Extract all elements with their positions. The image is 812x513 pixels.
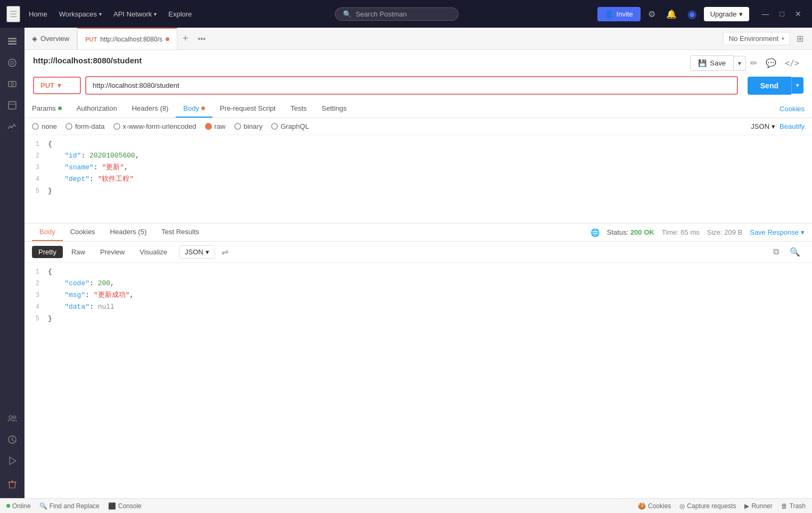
resp-tab-cookies[interactable]: Cookies <box>63 224 103 241</box>
code-line-4: 4 "dept": "软件工程" <box>24 173 812 185</box>
code-line-2: 2 "id": 20201005600, <box>24 150 812 162</box>
svg-point-3 <box>9 59 16 67</box>
embed-icon[interactable]: </> <box>781 56 803 70</box>
workspaces-chevron-icon: ▾ <box>99 11 102 17</box>
nav-workspaces[interactable]: Workspaces ▾ <box>55 8 106 20</box>
tab-right-controls: No Environment ▾ ⊞ <box>723 31 812 46</box>
cookies-status-icon: 🍪 <box>638 502 646 510</box>
send-button[interactable]: Send <box>748 77 791 95</box>
tab-tests[interactable]: Tests <box>283 100 314 118</box>
sidebar-icon-environments[interactable] <box>3 75 22 94</box>
resp-code-content: 1 { 2 "code": 200, 3 "msg": "更新成功", 4 <box>24 263 812 328</box>
hamburger-menu[interactable]: ☰ <box>6 6 20 22</box>
radio-raw-icon <box>205 123 212 130</box>
sidebar-icon-mock-servers[interactable] <box>3 96 22 115</box>
trash-icon: 🗑 <box>781 502 788 510</box>
body-option-binary[interactable]: binary <box>234 122 263 130</box>
response-time: Time: 65 ms <box>662 228 700 236</box>
nav-menu: Home Workspaces ▾ API Network ▾ Explore <box>24 8 196 20</box>
status-cookies[interactable]: 🍪 Cookies <box>638 502 671 510</box>
svg-rect-2 <box>8 43 17 45</box>
resp-raw-button[interactable]: Raw <box>65 246 92 258</box>
status-find-replace[interactable]: 🔍 Find and Replace <box>39 502 100 510</box>
code-line-3: 3 "sname": "更新", <box>24 162 812 173</box>
sidebar-icon-collections[interactable] <box>3 32 22 51</box>
tab-more-button[interactable]: ••• <box>193 35 210 43</box>
notifications-icon[interactable]: 🔔 <box>663 7 680 21</box>
settings-icon[interactable]: ⚙ <box>645 7 659 21</box>
minimize-button[interactable]: — <box>758 7 774 20</box>
sidebar-icon-apis[interactable] <box>3 53 22 72</box>
search-icon: 🔍 <box>343 10 351 18</box>
upgrade-button[interactable]: Upgrade ▾ <box>704 7 749 21</box>
environment-icon[interactable]: ⊞ <box>794 31 806 46</box>
nav-api-network[interactable]: API Network ▾ <box>109 8 161 20</box>
tab-overview[interactable]: ◈ Overview <box>24 28 77 49</box>
sidebar-icon-team[interactable] <box>3 409 22 428</box>
status-runner[interactable]: ▶ Runner <box>744 502 772 510</box>
save-button[interactable]: 💾 Save <box>690 55 734 71</box>
status-trash[interactable]: 🗑 Trash <box>781 502 806 510</box>
body-option-none[interactable]: none <box>32 122 57 130</box>
tab-pre-request[interactable]: Pre-request Script <box>212 100 283 118</box>
resp-line-2: 2 "code": 200, <box>24 278 812 289</box>
comment-icon[interactable]: 💬 <box>761 56 781 70</box>
resp-filter-icon[interactable]: ⇌ <box>217 245 233 259</box>
body-option-urlencoded[interactable]: x-www-form-urlencoded <box>113 122 196 130</box>
resp-tab-test-results[interactable]: Test Results <box>154 224 207 241</box>
resp-visualize-button[interactable]: Visualize <box>133 246 174 258</box>
sidebar-icon-runner[interactable] <box>3 451 22 470</box>
resp-pretty-button[interactable]: Pretty <box>32 246 63 258</box>
maximize-button[interactable]: □ <box>776 7 789 20</box>
resp-copy-icon[interactable]: ⧉ <box>769 245 783 259</box>
save-response-button[interactable]: Save Response ▾ <box>750 228 805 236</box>
tab-body[interactable]: Body <box>176 100 212 118</box>
invite-button[interactable]: 👤 Invite <box>597 7 641 21</box>
resp-tab-body[interactable]: Body <box>32 224 63 241</box>
status-capture[interactable]: ◎ Capture requests <box>679 502 736 510</box>
search-bar[interactable]: 🔍 Search Postman <box>335 7 458 21</box>
tab-add-button[interactable]: + <box>177 33 194 44</box>
close-button[interactable]: ✕ <box>791 7 806 20</box>
tab-authorization[interactable]: Authorization <box>69 100 125 118</box>
body-option-raw[interactable]: raw <box>205 122 226 130</box>
nav-home[interactable]: Home <box>24 8 52 20</box>
sidebar-icon-history[interactable] <box>3 430 22 449</box>
tab-params[interactable]: Params <box>24 100 69 118</box>
resp-preview-button[interactable]: Preview <box>94 246 131 258</box>
svg-rect-4 <box>9 81 16 87</box>
tab-settings[interactable]: Settings <box>314 100 354 118</box>
edit-icon[interactable]: ✏ <box>746 56 761 70</box>
response-body-editor[interactable]: 1 { 2 "code": 200, 3 "msg": "更新成功", 4 <box>24 263 812 372</box>
resp-json-selector[interactable]: JSON ▾ <box>179 245 215 259</box>
cookies-link[interactable]: Cookies <box>780 105 805 113</box>
body-option-graphql[interactable]: GraphQL <box>271 122 309 130</box>
status-online[interactable]: Online <box>6 502 31 510</box>
status-console[interactable]: ⬛ Console <box>108 502 142 510</box>
resp-line-1: 1 { <box>24 266 812 278</box>
resp-line-5: 5 } <box>24 313 812 325</box>
body-option-form-data[interactable]: form-data <box>65 122 105 130</box>
resp-tab-headers[interactable]: Headers (5) <box>103 224 154 241</box>
tab-headers[interactable]: Headers (8) <box>125 100 176 118</box>
environment-selector[interactable]: No Environment ▾ <box>723 32 790 45</box>
sidebar-icon-trash[interactable] <box>3 475 22 494</box>
send-arrow-button[interactable]: ▾ <box>791 77 803 94</box>
beautify-button[interactable]: Beautify <box>780 122 805 130</box>
request-title: http://localhost:8080/student <box>33 56 142 65</box>
method-selector[interactable]: PUT ▾ <box>33 77 81 94</box>
profile-icon[interactable]: ◉ <box>684 5 700 22</box>
nav-explore[interactable]: Explore <box>164 8 196 20</box>
send-button-group: Send ▾ <box>748 77 803 95</box>
resp-search-icon[interactable]: 🔍 <box>785 245 805 259</box>
url-input[interactable] <box>86 77 737 94</box>
resp-line-4: 4 "data": null <box>24 301 812 313</box>
tab-active-request[interactable]: PUT http://localhost:8080/s <box>77 28 177 49</box>
response-status: 🌐 Status: 200 OK Time: 65 ms Size: 209 B… <box>590 228 805 237</box>
sidebar-icon-monitors[interactable] <box>3 117 22 136</box>
json-format-selector[interactable]: JSON ▾ <box>751 122 775 130</box>
svg-rect-0 <box>8 38 17 39</box>
req-tab-right: Cookies <box>780 105 812 113</box>
request-body-editor[interactable]: 1 { 2 "id": 20201005600, 3 "sname": "更新"… <box>24 135 812 223</box>
save-arrow-button[interactable]: ▾ <box>734 56 746 71</box>
